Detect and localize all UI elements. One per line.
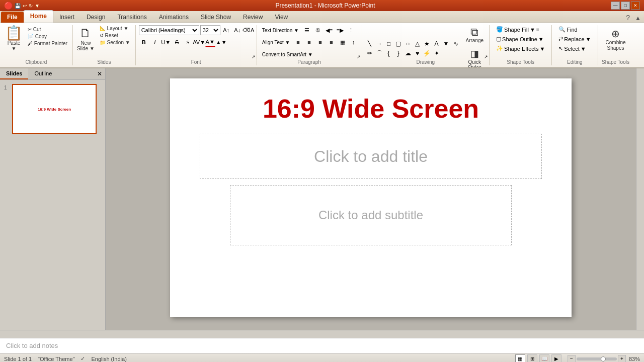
dec-indent-button[interactable]: ◀= [324,25,334,35]
align-text-button[interactable]: Align Text ▼ [260,37,292,47]
font-decrease-button[interactable]: A↓ [232,25,243,35]
tab-file[interactable]: File [1,12,24,23]
shape-arrow-btn[interactable]: → [375,39,384,48]
col-count-button[interactable]: ▦ [338,37,348,47]
bold-button[interactable]: B [139,37,149,47]
quick-styles-label2: Styles [468,65,481,68]
tab-animations[interactable]: Animations [153,12,195,23]
tab-view[interactable]: View [269,12,294,23]
notes-area[interactable]: Click to add notes [0,338,644,353]
help-button[interactable]: ? [623,13,633,23]
shape-fill-button[interactable]: 🪣 Shape Fill ▼ ≡ [493,25,543,34]
shape-rect-btn[interactable]: □ [384,39,393,48]
format-painter-button[interactable]: 🖌 Format Painter [26,40,69,47]
tab-home[interactable]: Home [24,10,53,23]
bullets-button[interactable]: ☰ [302,25,312,35]
select-button[interactable]: ↖ Select ▼ [555,44,589,53]
tab-review[interactable]: Review [237,12,269,23]
arrange-button[interactable]: ⧉ Arrange [463,25,487,45]
text-direction-button[interactable]: Text Direction ▼ [260,25,301,35]
ribbon-collapse-button[interactable]: ▲ [633,14,643,23]
tab-transitions[interactable]: Transitions [111,12,152,23]
close-button[interactable]: ✕ [631,2,640,10]
font-size-select[interactable]: 32 28 36 44 [200,25,220,35]
tab-design[interactable]: Design [80,12,111,23]
shape-extra-btn[interactable]: ✦ [432,49,441,58]
find-button[interactable]: 🔍 Find [555,25,581,34]
shape-effects-button[interactable]: ✨ Shape Effects ▼ [493,44,548,53]
zoom-out-button[interactable]: − [568,355,576,363]
font-name-select[interactable]: Calibri (Headings) Arial Times New Roman [139,25,199,35]
subtitle-text-box[interactable]: Click to add subtitle [230,185,512,245]
outline-tab[interactable]: Outline [28,68,58,79]
numbering-button[interactable]: ① [313,25,323,35]
zoom-in-button[interactable]: + [618,355,626,363]
justify-button[interactable]: ≡ [327,37,337,47]
slides-tab[interactable]: Slides [0,68,28,79]
shape-arc-btn[interactable]: ⌒ [375,49,384,58]
slideshow-button[interactable]: ▶ [551,354,561,363]
shape-outline-button[interactable]: ▢ Shape Outline ▼ [493,35,547,43]
shape-effects-label: Shape Effects [504,46,538,52]
align-left-button[interactable]: ≡ [293,37,303,47]
reset-button[interactable]: ↺ Reset [98,32,132,39]
shape-line-btn[interactable]: ╲ [365,39,374,48]
reading-view-button[interactable]: 📖 [539,354,549,363]
underline-button[interactable]: U▼ [161,37,171,47]
tab-insert[interactable]: Insert [53,12,80,23]
shape-text-btn[interactable]: A [432,39,441,48]
replace-button[interactable]: ⇄ Replace ▼ [555,35,594,43]
close-panel-button[interactable]: ✕ [94,68,105,79]
shapes-more-btn[interactable]: ▼ [442,39,451,48]
font-dialog-button[interactable]: ↗ [252,54,256,59]
cut-button[interactable]: ✂ Cut [26,26,69,33]
paragraph-dialog-button[interactable]: ↗ [357,54,361,59]
slide-sorter-button[interactable]: ⊞ [527,354,537,363]
convert-smartart-button[interactable]: Convert to SmartArt ▼ [260,49,315,59]
text-highlight-button[interactable]: ▲▼ [216,37,226,47]
align-center-button[interactable]: ≡ [304,37,314,47]
slide-item[interactable]: 1 16:9 Wide Screen [4,84,101,134]
layout-button[interactable]: 📐 Layout ▼ [98,25,132,32]
slide-thumbnail[interactable]: 16:9 Wide Screen [12,84,97,134]
zoom-slider[interactable] [577,357,617,360]
shape-lightning-btn[interactable]: ⚡ [423,49,432,58]
tab-slideshow[interactable]: Slide Show [195,12,237,23]
shape-brace2-btn[interactable]: } [394,49,403,58]
font-color-button[interactable]: A▼ [205,37,215,47]
strikethrough-button[interactable]: S [172,37,182,47]
new-slide-button[interactable]: 🗋 New Slide ▼ [76,25,96,52]
shape-star-btn[interactable]: ★ [423,39,432,48]
italic-button[interactable]: I [150,37,160,47]
right-scrollbar[interactable] [636,68,644,330]
bottom-scrollbar[interactable] [0,330,644,338]
maximize-button[interactable]: □ [621,2,630,10]
shape-rounded-rect-btn[interactable]: ▢ [394,39,403,48]
font-increase-button[interactable]: A↑ [221,25,231,35]
copy-button[interactable]: 📄 Copy [26,33,69,40]
zoom-slider-thumb[interactable] [601,356,606,361]
shape-curve-btn[interactable]: ∿ [451,39,460,48]
clear-format-button[interactable]: ⌫A [244,25,254,35]
shape-triangle-btn[interactable]: △ [413,39,422,48]
char-spacing-button[interactable]: AV▼ [194,37,204,47]
shape-brace-btn[interactable]: { [384,49,393,58]
normal-view-button[interactable]: ▦ [515,354,525,363]
section-button[interactable]: 📁 Section ▼ [98,39,132,46]
more-para-button[interactable]: ⋮ [346,25,356,35]
drawing-dialog-button[interactable]: ↗ [484,54,488,59]
ribbon-tabs: File Home Insert Design Transitions Anim… [0,11,644,23]
inc-indent-button[interactable]: =▶ [335,25,345,35]
shape-heart-btn[interactable]: ♥ [413,49,422,58]
shadow-button[interactable]: S [183,37,193,47]
align-right-button[interactable]: ≡ [315,37,326,47]
shape-circle-btn[interactable]: ○ [404,39,413,48]
combine-shapes-button[interactable]: ⊕ Combine Shapes [601,25,630,53]
title-text-box[interactable]: Click to add title [200,134,542,179]
line-spacing-button[interactable]: ↕ [349,37,359,47]
shape-freeform-btn[interactable]: ✏ [365,49,374,58]
shape-cloud-btn[interactable]: ☁ [404,49,413,58]
paste-button[interactable]: 📋 Paste ▼ [3,25,25,52]
shape-tools-label: Shape Tools [490,59,551,65]
minimize-button[interactable]: — [611,2,620,10]
